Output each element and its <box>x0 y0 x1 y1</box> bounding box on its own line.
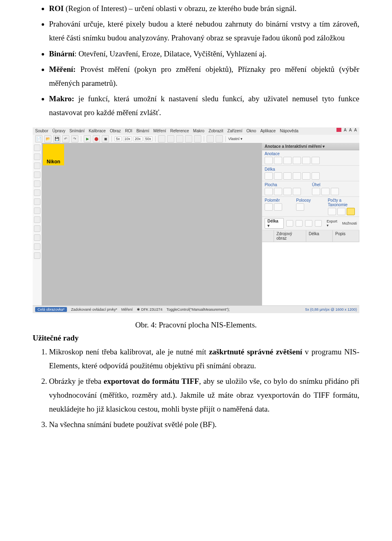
status-tab-mereni[interactable]: Měření <box>121 307 133 312</box>
measure-type-dropdown[interactable]: Délka ▾ <box>265 218 284 229</box>
col-marker[interactable] <box>262 230 274 242</box>
uhel-btn-1-icon[interactable] <box>312 188 320 195</box>
menu-makro[interactable]: Makro <box>193 129 205 133</box>
side-tool-11-icon[interactable] <box>34 234 40 241</box>
color-swatch-icon[interactable] <box>336 128 341 132</box>
delka-btn-3-icon[interactable] <box>283 172 292 180</box>
table-toolbar: Délka ▾ Export ▾ Možnosti <box>262 217 359 230</box>
menu-mereni[interactable]: Měření <box>154 129 166 133</box>
col-delka[interactable]: Délka <box>306 230 333 242</box>
status-device: ✱ DFK 23U274 <box>137 307 163 312</box>
menu-obraz[interactable]: Obraz <box>110 129 121 133</box>
zoom-50x[interactable]: 50x <box>144 136 153 141</box>
table-head: Zdrojový obraz Délka Popis <box>262 230 359 242</box>
doc-bullets: ROI (Region of Interest) – určení oblast… <box>33 2 359 120</box>
side-tool-4-icon[interactable] <box>34 171 40 178</box>
panel-title[interactable]: Anotace a Interaktivní měření ▾ <box>262 143 359 150</box>
tool-4-icon[interactable] <box>185 135 192 142</box>
uhel-btn-3-icon[interactable] <box>331 188 339 195</box>
export-dropdown[interactable]: Export ▾ <box>327 219 340 227</box>
menu-zarizeni[interactable]: Zařízení <box>227 129 243 133</box>
delka-btn-5-icon[interactable] <box>302 172 310 180</box>
anot-btn-1-icon[interactable] <box>265 157 273 164</box>
custom-dropdown[interactable]: Vlastní ▾ <box>228 137 243 141</box>
menu-roi[interactable]: ROI <box>125 129 132 133</box>
menu-binarni[interactable]: Binární <box>136 129 149 133</box>
redo-icon[interactable]: ↷ <box>71 135 78 142</box>
table-body[interactable] <box>262 242 359 306</box>
delka-btn-1-icon[interactable] <box>265 172 273 180</box>
plocha-btn-3-icon[interactable] <box>283 188 292 195</box>
poloosy-btn-1-icon[interactable] <box>296 203 304 211</box>
zoom-5x[interactable]: 5x <box>114 136 122 141</box>
play-icon[interactable]: ▶ <box>84 135 91 142</box>
bullet-mereni: Měření: Provést měření (pokyn pro změřen… <box>49 62 359 90</box>
tbl-btn-2-icon[interactable] <box>296 220 303 227</box>
side-tool-6-icon[interactable] <box>34 189 40 196</box>
anot-btn-6-icon[interactable] <box>312 157 320 164</box>
pocty-btn-2-icon[interactable] <box>337 208 345 215</box>
delka-btn-6-icon[interactable] <box>312 172 320 180</box>
tool-3-icon[interactable] <box>176 135 183 142</box>
text-a2[interactable]: A <box>349 128 352 132</box>
tool-6-icon[interactable] <box>207 135 214 142</box>
anot-btn-3-icon[interactable] <box>283 157 292 164</box>
side-tool-8-icon[interactable] <box>34 207 40 214</box>
text-a3[interactable]: A <box>354 128 357 132</box>
open-icon[interactable]: 📂 <box>44 135 51 142</box>
text-a1[interactable]: A <box>344 128 347 132</box>
menu-reference[interactable]: Reference <box>170 129 189 133</box>
tool-2-icon[interactable] <box>167 135 174 142</box>
menu-okno[interactable]: Okno <box>246 129 256 133</box>
menu-napoveda[interactable]: Nápověda <box>280 129 298 133</box>
col-popis[interactable]: Popis <box>333 230 359 242</box>
pocty-btn-1-icon[interactable] <box>328 208 336 215</box>
stop-icon[interactable]: ◼ <box>102 135 109 142</box>
plocha-btn-2-icon[interactable] <box>274 188 282 195</box>
side-tool-1-icon[interactable] <box>34 145 40 151</box>
plocha-btn-1-icon[interactable] <box>265 188 273 195</box>
side-tool-7-icon[interactable] <box>34 198 40 205</box>
record-icon[interactable]: ⬤ <box>93 135 100 142</box>
new-icon[interactable]: 📄 <box>35 135 42 142</box>
anot-btn-5-icon[interactable] <box>302 157 310 164</box>
side-toolbar <box>33 143 42 306</box>
tool-7-icon[interactable] <box>216 135 223 142</box>
tbl-btn-3-icon[interactable] <box>305 220 312 227</box>
menu-upravy[interactable]: Úpravy <box>52 129 65 133</box>
side-tool-2-icon[interactable] <box>34 154 40 160</box>
side-tool-12-icon[interactable] <box>34 243 40 250</box>
side-tool-5-icon[interactable] <box>34 180 40 187</box>
options-dropdown[interactable]: Možnosti <box>342 221 357 225</box>
anot-btn-2-icon[interactable] <box>274 157 282 164</box>
delka-btn-4-icon[interactable] <box>293 172 301 180</box>
polomer-btn-1-icon[interactable] <box>265 203 273 211</box>
undo-icon[interactable]: ↶ <box>62 135 69 142</box>
side-tool-13-icon[interactable] <box>34 252 40 259</box>
tool-5-icon[interactable] <box>194 135 201 142</box>
tbl-btn-4-icon[interactable] <box>315 220 322 227</box>
menu-zobrazit[interactable]: Zobrazit <box>209 129 223 133</box>
status-fullscreen[interactable]: Celá obrazovka* <box>35 307 67 312</box>
menu-aplikace[interactable]: Aplikace <box>260 129 276 133</box>
delka-btn-2-icon[interactable] <box>274 172 282 180</box>
tool-1-icon[interactable] <box>158 135 165 142</box>
col-zdrojovy-obraz[interactable]: Zdrojový obraz <box>274 230 306 242</box>
side-tool-9-icon[interactable] <box>34 216 40 223</box>
zoom-20x[interactable]: 20x <box>133 136 143 141</box>
side-tool-10-icon[interactable] <box>34 225 40 232</box>
status-tab-docked[interactable]: Zadokované ovládací prvky* <box>71 307 117 312</box>
save-icon[interactable]: 💾 <box>53 135 60 142</box>
image-canvas[interactable]: Nikon <box>42 143 262 306</box>
pocty-btn-3-icon[interactable] <box>347 208 355 215</box>
menu-soubor[interactable]: Soubor <box>35 129 48 133</box>
menu-snimani[interactable]: Snímání <box>69 129 85 133</box>
plocha-btn-4-icon[interactable] <box>293 188 301 195</box>
uhel-btn-2-icon[interactable] <box>321 188 330 195</box>
polomer-btn-2-icon[interactable] <box>274 203 282 211</box>
side-tool-3-icon[interactable] <box>34 163 40 169</box>
menu-kalibrace[interactable]: Kalibrace <box>89 129 106 133</box>
tbl-btn-1-icon[interactable] <box>286 220 293 227</box>
zoom-10x[interactable]: 10x <box>123 136 132 141</box>
anot-btn-4-icon[interactable] <box>293 157 301 164</box>
